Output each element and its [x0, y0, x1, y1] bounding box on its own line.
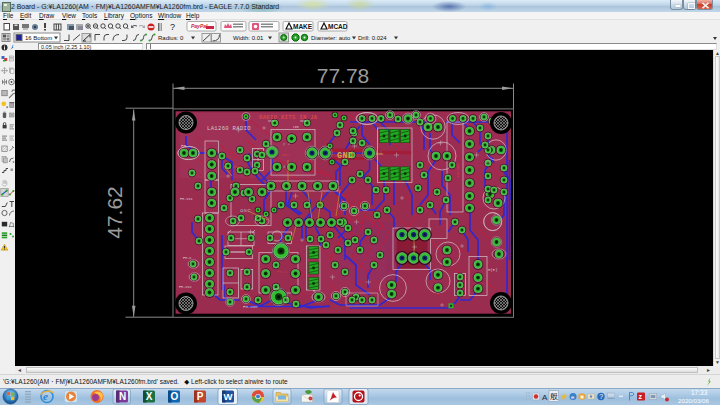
svg-text:般: 般 — [550, 392, 558, 401]
svg-text:TA7368: TA7368 — [456, 163, 460, 178]
svg-text:MCAD: MCAD — [328, 23, 348, 30]
svg-text:0503: 0503 — [233, 165, 241, 169]
svg-text:Diameter: auto: Diameter: auto — [311, 35, 351, 41]
svg-text:MAKE: MAKE — [293, 23, 313, 30]
svg-text:osc: osc — [240, 207, 251, 214]
svg-text:M(E): M(E) — [488, 268, 498, 272]
svg-text:Width: 0.01: Width: 0.01 — [233, 35, 264, 41]
svg-text:Drill: 0.024: Drill: 0.024 — [358, 35, 387, 41]
svg-text:FM: FM — [181, 144, 186, 148]
svg-text:LA1260 RADIO: LA1260 RADIO — [207, 125, 251, 132]
svg-text:?: ? — [170, 22, 175, 32]
svg-text:FM-C: FM-C — [183, 256, 191, 260]
svg-text:W: W — [224, 391, 233, 402]
svg-text:d c: d c — [283, 165, 291, 169]
svg-text:X: X — [146, 391, 153, 402]
svg-text:VC2: VC2 — [268, 119, 274, 123]
svg-text:47.62: 47.62 — [103, 186, 126, 239]
svg-text:A: A — [542, 393, 548, 402]
svg-text:P: P — [197, 391, 204, 402]
svg-text:O: O — [170, 391, 178, 402]
svg-text:?: ? — [599, 393, 603, 400]
svg-text:FM-VC2: FM-VC2 — [179, 285, 192, 289]
svg-text:z: z — [639, 393, 643, 400]
svg-text:GND: GND — [376, 152, 384, 156]
svg-text:77.78: 77.78 — [317, 64, 370, 87]
svg-text:LED: LED — [293, 125, 299, 129]
svg-text:ANT: ANT — [282, 153, 290, 157]
svg-text:2020/03/06: 2020/03/06 — [678, 397, 710, 404]
svg-text:16 Bottom: 16 Bottom — [25, 35, 52, 41]
svg-text:GND: GND — [337, 151, 353, 161]
svg-text:N: N — [119, 391, 126, 402]
svg-text:p a: p a — [283, 142, 291, 146]
svg-text:VC1: VC1 — [300, 119, 306, 123]
svg-text:Radius: 0: Radius: 0 — [158, 35, 184, 41]
svg-text:PayPal: PayPal — [191, 23, 208, 29]
svg-text:PT-2: PT-2 — [277, 270, 287, 274]
svg-text:FM-COM: FM-COM — [243, 305, 258, 309]
svg-text:17:33: 17:33 — [691, 389, 708, 396]
svg-text:FM-VC1: FM-VC1 — [180, 197, 193, 201]
